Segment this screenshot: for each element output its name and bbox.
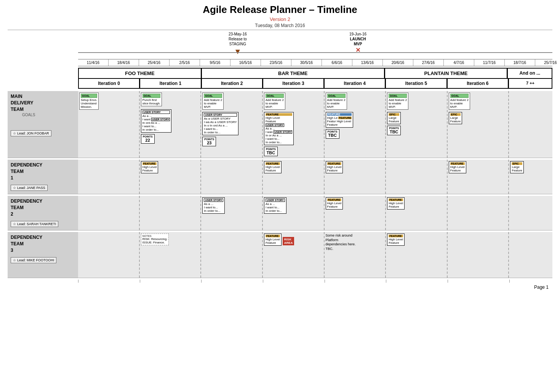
dep3-iter5: FEATURE High LevelFeature xyxy=(386,232,448,278)
dep2-lead-icon: ☆ xyxy=(13,222,16,226)
date-13: 11/7/16 xyxy=(474,59,505,66)
pts-value-4: TBC xyxy=(328,133,338,138)
date-2: 25/4/16 xyxy=(139,59,170,66)
dep2-iter0 xyxy=(78,196,140,230)
staging-arrow: ▼ xyxy=(234,47,242,56)
theme-bar: BAR THEME xyxy=(202,69,385,78)
page-header: Agile Release Planner – Timeline Version… xyxy=(8,4,552,28)
dep2-iter3: USER STORY As a ...I want to...In order … xyxy=(263,196,325,230)
main-iter6-goal: GOAL Add feature 2to enableMVP. xyxy=(449,93,470,110)
date-12: 4/7/16 xyxy=(444,59,474,66)
dep3-iter6 xyxy=(448,232,509,278)
dep2-iter1 xyxy=(140,196,202,230)
dep3-iter4: Some risk aroundPlatformdependencies her… xyxy=(325,232,386,278)
pts-value-2: 23 xyxy=(204,141,214,145)
dep3-content-cols: NOTES RISK: Resourcing.ISSUE: Finance. F… xyxy=(78,232,552,278)
main-iter6-epic1: EPIC LargeFeature xyxy=(449,112,462,124)
btick-4 xyxy=(325,280,386,283)
main-iter1-stories: USER STORY As a ...I want USER STORYIn o… xyxy=(141,109,200,133)
dep2-iter2-us: USER STORY As a ...I want to...In order … xyxy=(202,197,225,214)
dep2-iter4-feat: FEATURE High LevelFeature xyxy=(326,197,343,210)
date-6: 23/5/16 xyxy=(261,59,291,66)
page-date: Tuesday, 08 March 2016 xyxy=(8,23,552,28)
us-label-1: USER STORY xyxy=(142,110,170,114)
btick-2 xyxy=(201,280,263,283)
dep2-lead-name: Lead: SARAH TANKRETI xyxy=(17,222,56,226)
iteration-row: Iteration 0 Iteration 1 Iteration 2 Iter… xyxy=(78,79,552,89)
header-divider xyxy=(8,30,552,30)
main-iter0-goal: GOAL Setup Envs.UnderstandMission. xyxy=(79,93,99,110)
main-label-col: MAINDELIVERYTEAM GOALS ☆ Lead: JON FOOBA… xyxy=(8,91,78,158)
date-ruler-container: 11/4/16 18/4/16 25/4/16 2/5/16 9/5/16 16… xyxy=(78,59,552,66)
dep2-label-col: DEPENDENCYTEAM2 ☆ Lead: SARAH TANKRETI xyxy=(8,196,78,230)
launch-line1: LAUNCH xyxy=(350,37,366,41)
pts-value-3: TBC xyxy=(266,150,276,155)
dep3-iter1: NOTES RISK: Resourcing.ISSUE: Finance. xyxy=(140,232,202,278)
main-iter1-points: POINTS 22 xyxy=(141,134,155,144)
dep1-iter5 xyxy=(386,160,448,194)
dep1-feat-label-3: FEATURE xyxy=(266,162,280,165)
main-iter4-col: GOAL Add feature 2to enableMVP. FEATURE … xyxy=(325,91,386,158)
main-iter3-goal: GOAL Add feature 2to enableMVP. xyxy=(264,93,285,110)
goals-label: GOALS xyxy=(22,113,35,117)
dep2-feat-label-5: FEATURE xyxy=(389,198,403,201)
iter-2: Iteration 2 xyxy=(202,79,263,88)
dep1-iter6: FEATURE High LevelFeature xyxy=(448,160,509,194)
btick-5 xyxy=(386,280,448,283)
dep3-lead-name: Lead: MIKE FOOTOOHI xyxy=(17,258,54,262)
dep3-iter3-feat: FEATURE High LevelFeature xyxy=(264,234,282,246)
btick-6 xyxy=(448,280,509,283)
date-5: 16/5/16 xyxy=(230,59,261,66)
dep3-feat-label-5: FEATURE xyxy=(389,235,403,237)
date-ruler: 11/4/16 18/4/16 25/4/16 2/5/16 9/5/16 16… xyxy=(78,59,552,66)
pts-value-1: 22 xyxy=(143,138,153,142)
dep1-iter2 xyxy=(201,160,263,194)
date-0: 11/4/16 xyxy=(78,59,109,66)
dep2-us-label-2: USER STORY xyxy=(204,198,223,202)
main-iter2-story1: USER STORY As a USER STORYI wa As a USER… xyxy=(202,112,238,135)
milestones-area: 23-May-16 Release to STAGING ▼ 19-Jun-16… xyxy=(78,32,552,59)
iter-3: Iteration 3 xyxy=(263,79,325,88)
goal-label-2: GOAL xyxy=(204,94,222,98)
main-iter5-epic1: EPIC LargeFeature xyxy=(387,112,401,124)
main-iter2-points: POINTS 23 xyxy=(202,137,216,146)
goal-label-4: GOAL xyxy=(327,94,346,98)
main-iter1-story1: USER STORY As a ...I want USER STORYIn o… xyxy=(141,109,172,133)
main-iter4-goal: GOAL Add feature 2to enableMVP. xyxy=(326,93,347,110)
main-iter2-stories: USER STORY As a USER STORYI wa As a USER… xyxy=(202,112,261,135)
main-lead-name: Lead: JON FOOBAR xyxy=(17,131,49,135)
dep1-iter3-feat: FEATURE High LevelFeature xyxy=(264,161,282,173)
date-9: 13/6/16 xyxy=(352,59,383,66)
dep3-iter3: FEATURE High LevelFeature RISKAREA xyxy=(263,232,325,278)
feat-label-4a: FEATURE xyxy=(327,113,352,116)
dep2-team-title: DEPENDENCYTEAM2 xyxy=(11,198,75,217)
dep3-lead-badge: ☆ Lead: MIKE FOOTOOHI xyxy=(11,257,56,263)
dep3-iter0 xyxy=(78,232,140,278)
date-14: 18/7/16 xyxy=(505,59,535,66)
goal-label-5: GOAL xyxy=(389,94,407,98)
dep1-content-cols: FEATURE High LevelFeature FEATURE High L… xyxy=(78,160,552,194)
date-11: 27/6/16 xyxy=(413,59,444,66)
launch-date: 19-Jun-16 xyxy=(349,32,366,36)
main-iter5-epic: EPIC LargeFeature xyxy=(387,112,446,124)
main-iter6-epic: EPIC LargeFeature xyxy=(449,112,507,124)
main-team-title: MAINDELIVERYTEAM xyxy=(11,93,75,112)
dep2-content-cols: USER STORY As a ...I want to...In order … xyxy=(78,196,552,230)
main-iter3-col: GOAL Add feature 2to enableMVP. FEATURE … xyxy=(263,91,325,158)
dep3-iter2 xyxy=(201,232,263,278)
dep3-team-title: DEPENDENCYTEAM3 xyxy=(11,234,75,253)
main-content-cols: GOAL Setup Envs.UnderstandMission. GOAL … xyxy=(78,91,552,158)
main-iter6-col: GOAL Add feature 2to enableMVP. EPIC Lar… xyxy=(448,91,509,158)
main-iter5-goal: GOAL Add feature 2to enableMVP. xyxy=(387,93,408,110)
pts-label-2: POINTS xyxy=(204,138,214,141)
main-iter0-col: GOAL Setup Envs.UnderstandMission. xyxy=(78,91,140,158)
dep3-lead-icon: ☆ xyxy=(13,258,16,262)
us-label-2a: USER STORY xyxy=(204,113,237,117)
section-dep1: DEPENDENCYTEAM1 ☆ Lead: JANE PASS FEATUR… xyxy=(8,160,552,194)
main-lead-icon: ☆ xyxy=(13,131,16,135)
dep3-notes-label: NOTES xyxy=(142,235,168,237)
staging-line1: Release to xyxy=(229,37,247,41)
feat-label-3: FEATURE xyxy=(266,113,292,116)
pts-label-3: POINTS xyxy=(266,148,276,150)
epic-label-6: EPIC xyxy=(450,113,461,116)
